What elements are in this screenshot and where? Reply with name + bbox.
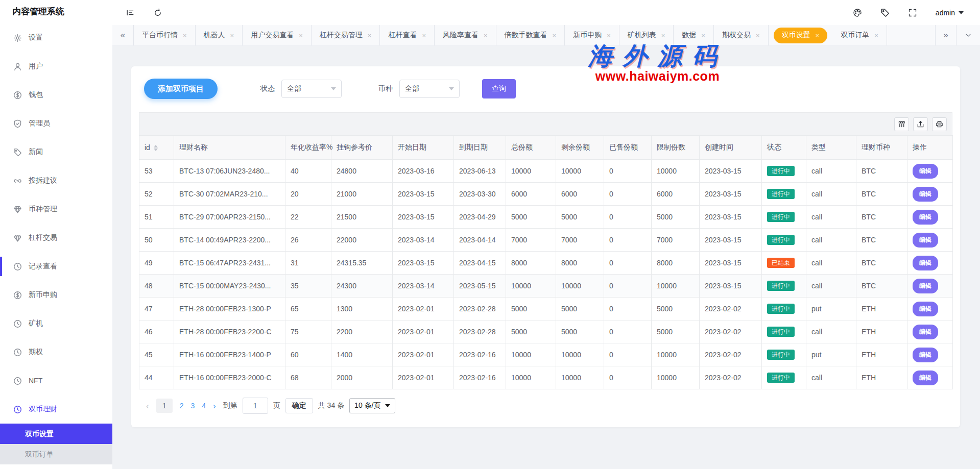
- sidebar-item-miner[interactable]: 矿机: [0, 309, 112, 338]
- column-header-sold: 已售份额: [604, 136, 652, 160]
- sidebar-item-records[interactable]: 记录查看: [0, 252, 112, 281]
- coin-filter-select[interactable]: 全部: [399, 80, 460, 98]
- page-button-4[interactable]: 4: [202, 402, 206, 410]
- sidebar-item-wallet[interactable]: 钱包: [0, 81, 112, 109]
- confirm-page-button[interactable]: 确定: [285, 398, 313, 413]
- edit-button[interactable]: 编辑: [913, 371, 938, 385]
- infinity-icon: [13, 177, 22, 185]
- sidebar-subitem-dual-currency-orders[interactable]: 双币订单: [0, 444, 112, 464]
- tab-leverage-trade-manage[interactable]: 杠杆交易管理×: [312, 25, 380, 45]
- cell-rate: 40: [285, 160, 331, 183]
- theme-button[interactable]: [853, 8, 862, 17]
- table-row: 52BTC-30 07:02MAR23-210...20210002023-03…: [139, 183, 953, 206]
- sidebar-item-leverage-trade[interactable]: 杠杆交易: [0, 224, 112, 252]
- close-tab-icon[interactable]: ×: [661, 32, 665, 39]
- close-tab-icon[interactable]: ×: [816, 32, 820, 39]
- close-tab-icon[interactable]: ×: [299, 32, 303, 39]
- sidebar-item-nft[interactable]: NFT: [0, 366, 112, 395]
- sidebar-item-users[interactable]: 用户: [0, 52, 112, 81]
- sort-control[interactable]: [154, 145, 158, 151]
- tab-miner-list[interactable]: 矿机列表×: [619, 25, 674, 45]
- tab-risk-rate-view[interactable]: 风险率查看×: [435, 25, 496, 45]
- sidebar-item-admins[interactable]: 管理员: [0, 109, 112, 138]
- tags-button[interactable]: [880, 8, 890, 17]
- table-row: 49BTC-15 06:47APR23-2431...3124315.35202…: [139, 252, 953, 275]
- sidebar-item-options[interactable]: 期权: [0, 338, 112, 366]
- sort-desc-icon[interactable]: [154, 149, 158, 151]
- close-tab-icon[interactable]: ×: [368, 32, 372, 39]
- export-button[interactable]: [913, 117, 928, 131]
- status-filter-select[interactable]: 全部: [281, 80, 342, 98]
- tab-platform-coin-market[interactable]: 平台币行情×: [134, 25, 196, 45]
- sort-asc-icon[interactable]: [154, 145, 158, 147]
- edit-button[interactable]: 编辑: [913, 164, 938, 179]
- gear-icon: [13, 34, 22, 42]
- tab-data[interactable]: 数据×: [674, 25, 714, 45]
- page-button-3[interactable]: 3: [190, 402, 195, 410]
- close-tab-icon[interactable]: ×: [607, 32, 611, 39]
- sidebar-item-dual-currency[interactable]: 双币理财: [0, 395, 112, 424]
- tab-dual-currency-settings[interactable]: 双币设置×: [774, 28, 828, 43]
- tab-multiplier-lots-view[interactable]: 倍数手数查看×: [496, 25, 565, 45]
- tabs-scroll-right-button[interactable]: »: [935, 25, 957, 45]
- edit-button[interactable]: 编辑: [913, 256, 938, 270]
- column-header-created: 创建时间: [700, 136, 762, 160]
- tabs-dropdown-button[interactable]: [957, 25, 980, 45]
- close-tab-icon[interactable]: ×: [484, 32, 488, 39]
- tab-dual-currency-orders[interactable]: 双币订单×: [832, 25, 887, 45]
- refresh-button[interactable]: [153, 8, 162, 17]
- close-tab-icon[interactable]: ×: [756, 32, 760, 39]
- query-button[interactable]: 查询: [482, 79, 516, 98]
- edit-button[interactable]: 编辑: [913, 302, 938, 316]
- sidebar-subitem-dual-currency-settings[interactable]: 双币设置: [0, 424, 112, 444]
- history-icon: [13, 262, 22, 271]
- tab-user-trade-view[interactable]: 用户交易查看×: [243, 25, 312, 45]
- next-page-button[interactable]: ›: [211, 402, 218, 410]
- column-header-rate: 年化收益率%: [285, 136, 331, 160]
- topbar-right: admin: [853, 8, 967, 17]
- close-tab-icon[interactable]: ×: [553, 32, 557, 39]
- cell-action: 编辑: [907, 366, 953, 389]
- print-button[interactable]: [932, 117, 947, 131]
- edit-button[interactable]: 编辑: [913, 233, 938, 248]
- edit-button[interactable]: 编辑: [913, 187, 938, 202]
- sidebar-item-coin-manage[interactable]: 币种管理: [0, 195, 112, 224]
- cell-type: call: [806, 160, 856, 183]
- goto-page-input[interactable]: [243, 398, 268, 414]
- tab-robot[interactable]: 机器人×: [196, 25, 243, 45]
- edit-button[interactable]: 编辑: [913, 210, 938, 225]
- page-size-select[interactable]: 10 条/页: [349, 398, 395, 413]
- sidebar-item-settings[interactable]: 设置: [0, 23, 112, 52]
- cell-status: 进行中: [762, 298, 806, 320]
- close-tab-icon[interactable]: ×: [230, 32, 234, 39]
- cell-name: BTC-14 00:49APR23-2200...: [174, 229, 285, 252]
- status-badge: 进行中: [767, 212, 795, 222]
- edit-button[interactable]: 编辑: [913, 325, 938, 339]
- history-icon: [13, 348, 22, 357]
- column-header-id[interactable]: id: [139, 136, 174, 160]
- user-menu[interactable]: admin: [936, 9, 964, 17]
- column-settings-button[interactable]: [894, 117, 909, 131]
- cell-rate: 31: [285, 252, 331, 275]
- edit-button[interactable]: 编辑: [913, 279, 938, 293]
- sidebar-item-new-coin[interactable]: 新币申购: [0, 281, 112, 309]
- add-dual-currency-button[interactable]: 添加双币项目: [144, 79, 218, 99]
- close-tab-icon[interactable]: ×: [183, 32, 187, 39]
- tab-leverage-view[interactable]: 杠杆查看×: [380, 25, 435, 45]
- close-tab-icon[interactable]: ×: [701, 32, 705, 39]
- sidebar-item-news[interactable]: 新闻: [0, 138, 112, 166]
- fullscreen-button[interactable]: [908, 8, 917, 17]
- sidebar-collapse-button[interactable]: [126, 8, 135, 17]
- collapse-icon: [126, 8, 135, 17]
- page-button-1[interactable]: 1: [156, 399, 173, 413]
- close-tab-icon[interactable]: ×: [422, 32, 426, 39]
- sidebar-item-feedback[interactable]: 投拆建议: [0, 166, 112, 195]
- page-button-2[interactable]: 2: [180, 402, 184, 410]
- prev-page-button[interactable]: ‹: [144, 402, 151, 410]
- close-tab-icon[interactable]: ×: [874, 32, 878, 39]
- cell-ref_price: 24800: [331, 160, 393, 183]
- tabs-scroll-left-button[interactable]: «: [112, 25, 134, 45]
- tab-options-trade[interactable]: 期权交易×: [714, 25, 769, 45]
- tab-new-coin-subscribe[interactable]: 新币申购×: [565, 25, 619, 45]
- edit-button[interactable]: 编辑: [913, 348, 938, 362]
